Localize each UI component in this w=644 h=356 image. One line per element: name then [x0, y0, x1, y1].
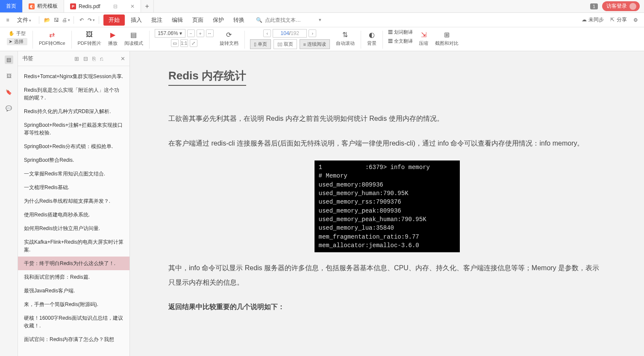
rail-attachments-icon[interactable]: 🔖 — [5, 88, 13, 96]
bookmark-item[interactable]: Redis到底是怎么实现「附近的人」这个功能的呢？. — [18, 83, 129, 105]
notification-count[interactable]: 1 — [590, 3, 598, 9]
convert-icon: ⇄ — [47, 30, 57, 39]
bookmark-item[interactable]: 如何用Redis统计独立用户访问量. — [18, 222, 129, 235]
menu-edit[interactable]: 编辑 — [168, 15, 186, 26]
open-icon[interactable]: 📂 — [44, 17, 50, 23]
pin-icon[interactable]: ⊟ — [113, 3, 118, 9]
menu-protect[interactable]: 保护 — [209, 15, 227, 26]
pdf-to-office-button[interactable]: ⇄PDF转Office — [35, 29, 69, 47]
background-button[interactable]: ◐背景 — [364, 29, 380, 47]
compress-icon: ⇲ — [419, 30, 428, 39]
next-page-icon[interactable]: › — [309, 29, 316, 37]
cloud-icon: ☁ — [581, 16, 588, 23]
bookmark-item[interactable]: 实战Kafka+Flink+Redis的电商大屏实时计算案. — [18, 235, 129, 257]
book-icon: ▤ — [129, 30, 138, 39]
bm-goto-icon[interactable]: ⎌ — [100, 55, 103, 62]
close-icon[interactable]: ✕ — [130, 3, 135, 9]
read-mode-button[interactable]: ▤阅读模式 — [121, 29, 147, 47]
double-page-button[interactable]: ▯▯ 双页 — [273, 39, 297, 49]
moon-icon: ◐ — [367, 30, 376, 39]
crop-compare-button[interactable]: ⊞截图和对比 — [432, 29, 462, 47]
prev-page-icon[interactable]: ‹ — [263, 29, 271, 37]
rotate-button[interactable]: ⟳旋转文档 — [216, 29, 242, 47]
crop-icon: ⊞ — [442, 30, 452, 39]
save-icon[interactable]: 🖫 — [53, 17, 60, 23]
bookmark-item[interactable]: Redis+Tomcat+Nginx集群实现Session共享. — [18, 70, 129, 83]
gear-icon[interactable]: ⚙ — [632, 17, 639, 23]
menu-file[interactable]: 文件 — [14, 15, 35, 26]
bookmark-item[interactable]: 最强JavaRedis客户端. — [18, 284, 129, 298]
bm-add-icon[interactable]: ⎘ — [92, 55, 96, 62]
menu-insert[interactable]: 插入 — [127, 15, 145, 26]
hand-icon: ✋ — [9, 31, 15, 36]
search-input[interactable] — [265, 17, 316, 23]
page-input[interactable]: 104/192 — [273, 29, 307, 38]
hand-tool[interactable]: ✋手型 — [7, 30, 27, 37]
play-icon: ▶ — [108, 30, 118, 39]
login-button[interactable]: 访客登录 — [602, 1, 640, 11]
bookmark-item[interactable]: 面试官问：Redis内存满了怎么办？我想 — [18, 333, 129, 346]
undo-icon[interactable]: ↶ — [78, 17, 85, 23]
search-icon[interactable]: 🔍 — [256, 17, 262, 23]
bm-expand-icon[interactable]: ⊞ — [74, 55, 79, 62]
hamburger-icon[interactable]: ≡ — [4, 17, 11, 23]
print-icon[interactable]: 🖨 — [62, 17, 69, 23]
bookmark-item[interactable]: 我和面试官的博弈：Redis篇. — [18, 270, 129, 284]
rect-select-icon[interactable]: ▭ — [171, 39, 179, 47]
menu-comment[interactable]: 批注 — [148, 15, 166, 26]
play-button[interactable]: ▶播放 — [105, 29, 121, 47]
autoscroll-button[interactable]: ⇅自动滚动 — [332, 29, 358, 47]
template-icon: ◐ — [29, 3, 35, 9]
bookmarks-list[interactable]: Redis+Tomcat+Nginx集群实现Session共享.Redis到底是… — [18, 66, 129, 356]
word-translate-button[interactable]: ☰ 划词翻译 — [388, 29, 413, 35]
bm-close-icon[interactable]: ✕ — [121, 55, 125, 62]
bm-collapse-icon[interactable]: ⊟ — [83, 55, 88, 62]
new-tab-button[interactable]: + — [141, 0, 154, 12]
bookmark-item[interactable]: 为什么Redis单线程却能支撑高并发？. — [18, 194, 129, 208]
menu-start[interactable]: 开始 — [103, 15, 125, 26]
scroll-icon: ⇅ — [341, 30, 350, 39]
window-tabbar: 首页 ◐ 稻壳模板 P Redis.pdf ⊟ ✕ + 1 访客登录 — [0, 0, 644, 13]
paragraph: 工欲善其事必先利其器，在说明 Redis 内存之前首先说明如何统计 Redis … — [168, 111, 606, 126]
tab-templates[interactable]: ◐ 稻壳模板 — [23, 0, 64, 12]
bookmark-item[interactable]: SpringBoot+Redis+注解+拦截器来实现接口幂等性校验. — [18, 118, 129, 140]
bookmark-item[interactable]: Redis持久化的几种方式RDB深入解析. — [18, 105, 129, 118]
pdf-icon: P — [70, 3, 76, 9]
image-icon: 🖼 — [85, 30, 94, 39]
fit-width-icon[interactable]: ↔ — [206, 29, 214, 37]
continuous-button[interactable]: ≡ 连续阅读 — [300, 39, 330, 49]
pdf-page: Redis 内存统计 工欲善其事必先利其器，在说明 Redis 内存之前首先说明… — [130, 51, 644, 356]
rail-thumbnails-icon[interactable]: 🖼 — [5, 72, 13, 80]
avatar-icon — [629, 3, 636, 10]
document-viewport[interactable]: Redis 内存统计 工欲善其事必先利其器，在说明 Redis 内存之前首先说明… — [130, 51, 644, 356]
menu-convert[interactable]: 转换 — [230, 15, 248, 26]
rail-bookmarks-icon[interactable]: ▤ — [5, 55, 13, 64]
actual-size-icon[interactable]: 1:1 — [180, 39, 188, 47]
bookmark-item[interactable]: 使用Redis搭建电商秒杀系统. — [18, 208, 129, 222]
sync-status[interactable]: ☁未同步 — [581, 16, 604, 23]
compress-button[interactable]: ⇲压缩 — [415, 29, 432, 47]
zoom-in-icon[interactable]: ＋ — [197, 29, 204, 37]
full-translate-button[interactable]: ☰ 全文翻译 — [388, 38, 413, 44]
share-button[interactable]: ⇱分享 — [609, 16, 627, 23]
main-area: ▤ 🖼 🔖 💬 书签 ⊞ ⊟ ⎘ ⎌ ✕ Redis+Tomcat+Nginx集… — [0, 51, 644, 356]
zoom-out-icon[interactable]: － — [187, 29, 195, 37]
bookmark-item[interactable]: SpringBoot+Redis分布式锁：模拟抢单. — [18, 140, 129, 153]
fit-page-icon[interactable]: ⤢ — [190, 39, 197, 47]
tab-home[interactable]: 首页 — [0, 0, 23, 12]
bookmark-item[interactable]: 来，手撸一个简版Redis(附源码). — [18, 298, 129, 311]
tab-document[interactable]: P Redis.pdf ⊟ ✕ — [64, 0, 141, 12]
bookmark-item[interactable]: 一文梳理Redis基础. — [18, 181, 129, 194]
pdf-to-image-button[interactable]: 🖼PDF转图片 — [74, 29, 105, 47]
menu-page[interactable]: 页面 — [189, 15, 207, 26]
zoom-input[interactable]: 157.06% ▾ — [155, 29, 185, 38]
bookmark-item[interactable]: 硬核！16000字Redis面试知识点总结，建议收藏！. — [18, 311, 129, 333]
rail-comments-icon[interactable]: 💬 — [5, 104, 13, 113]
select-tool[interactable]: ➤选择 — [7, 38, 27, 45]
bookmark-item[interactable]: 一文掌握Redis常用知识点图文结合. — [18, 167, 129, 181]
bookmarks-panel: 书签 ⊞ ⊟ ⎘ ⎌ ✕ Redis+Tomcat+Nginx集群实现Sessi… — [18, 51, 130, 356]
bookmark-item[interactable]: 干货：终于明白Redis为什么这么快了！. — [18, 257, 129, 270]
single-page-button[interactable]: ▯ 单页 — [250, 39, 271, 49]
bookmark-item[interactable]: SpringBoot整合Redis. — [18, 153, 129, 167]
redo-icon[interactable]: ↷ — [88, 17, 94, 23]
